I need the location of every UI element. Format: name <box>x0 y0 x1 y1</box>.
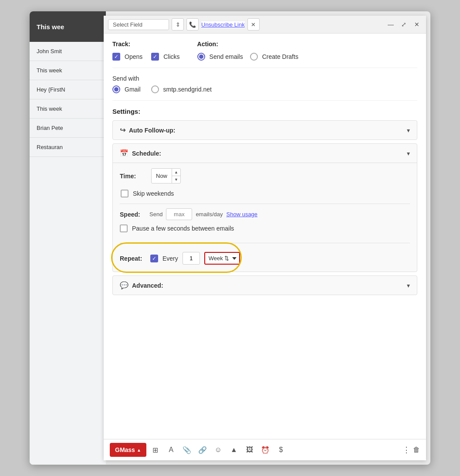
create-drafts-label: Create Drafts <box>262 53 298 60</box>
gmass-label: GMass <box>115 446 135 453</box>
pause-label: Pause a few seconds between emails <box>132 225 234 232</box>
sidebar-item-6: Restauran <box>30 138 106 157</box>
clicks-checkbox[interactable]: ✓ <box>151 53 159 61</box>
skip-weekends-row: Skip weekends <box>120 190 410 197</box>
send-with-label: Send with <box>112 75 417 82</box>
action-label: Action: <box>197 41 298 48</box>
select-field-area: Select Field ⇕ 📞 Unsubscribe Link ✕ <box>108 18 260 31</box>
phone-icon-btn[interactable]: 📞 <box>186 18 199 31</box>
emails-per-day-text: emails/day <box>196 211 223 218</box>
close-btn[interactable]: ✕ <box>412 20 422 29</box>
gmass-chevron: ▲ <box>137 448 141 452</box>
schedule-chevron: ▾ <box>407 150 410 157</box>
sidebar-item-1: John Smit <box>30 42 106 61</box>
window-controls: — ⤢ ✕ <box>386 20 422 29</box>
repeat-label: Repeat: <box>120 255 146 262</box>
send-emails-radio[interactable] <box>197 53 205 61</box>
time-row: Time: Now ▲ ▼ <box>120 168 410 184</box>
schedule-accordion: 📅 Schedule: ▾ Time: Now ▲ ▼ <box>112 143 417 272</box>
repeat-section: Repeat: ✓ Every Week ⇅ Day Month Year <box>120 248 410 266</box>
select-field-box[interactable]: Select Field <box>108 19 169 30</box>
pause-checkbox[interactable] <box>120 224 128 232</box>
dropdown-icon-btn[interactable]: ⇕ <box>172 18 184 31</box>
panel-top-bar: Select Field ⇕ 📞 Unsubscribe Link ✕ — ⤢ … <box>104 16 426 34</box>
sidebar-header-text: This wee <box>37 23 64 31</box>
sidebar-item-5: Brian Pete <box>30 119 106 138</box>
repeat-number-input[interactable] <box>183 252 200 265</box>
emoji-icon-btn[interactable]: ☺ <box>212 443 225 456</box>
advanced-label: Advanced: <box>132 282 163 289</box>
drive-icon-btn[interactable]: ▲ <box>227 443 240 456</box>
track-label: Track: <box>112 41 180 48</box>
minimize-btn[interactable]: — <box>386 20 396 29</box>
track-section: Track: ✓ Opens ✓ Clicks <box>112 41 180 61</box>
smtp-radio-row: smtp.sendgrid.net <box>151 85 212 93</box>
bottom-toolbar: GMass ▲ ⊞ A 📎 🔗 ☺ ▲ 🖼 ⏰ $ ⋮ 🗑 <box>104 439 426 460</box>
create-drafts-radio[interactable] <box>250 53 258 61</box>
schedule-label: Schedule: <box>132 150 161 157</box>
action-section: Action: Send emails Create Drafts <box>197 41 298 61</box>
gmass-button[interactable]: GMass ▲ <box>110 443 146 457</box>
time-value: Now <box>152 170 172 182</box>
send-with-options: Gmail smtp.sendgrid.net <box>112 85 417 93</box>
time-down-btn[interactable]: ▼ <box>172 176 180 183</box>
action-radio-group: Send emails Create Drafts <box>197 53 298 61</box>
sidebar-item-4: This week <box>30 99 106 119</box>
clicks-label: Clicks <box>163 53 179 60</box>
repeat-checkmark: ✓ <box>152 256 156 261</box>
panel-content: Track: ✓ Opens ✓ Clicks Action: <box>104 34 426 439</box>
paperclip-icon-btn[interactable]: 📎 <box>180 443 193 456</box>
speed-section: Speed: Send emails/day Show usage Pause … <box>120 208 410 238</box>
smtp-radio[interactable] <box>151 85 159 93</box>
speed-label: Speed: <box>120 211 146 218</box>
track-action-row: Track: ✓ Opens ✓ Clicks Action: <box>112 41 417 68</box>
schedule-header-left: 📅 Schedule: <box>120 149 161 157</box>
separator-1 <box>120 204 410 204</box>
opens-checkmark: ✓ <box>114 54 118 59</box>
auto-followup-header-left: ↪ Auto Follow-up: <box>120 126 176 134</box>
schedule-header[interactable]: 📅 Schedule: ▾ <box>113 144 417 163</box>
more-options-btn[interactable]: ⋮ <box>402 445 410 455</box>
send-emails-radio-row: Send emails <box>197 53 243 61</box>
repeat-row: Repeat: ✓ Every Week ⇅ Day Month Year <box>120 252 410 265</box>
smtp-label: smtp.sendgrid.net <box>163 86 212 93</box>
pause-row: Pause a few seconds between emails <box>120 224 410 232</box>
advanced-chevron: ▾ <box>407 282 410 289</box>
trash-btn[interactable]: 🗑 <box>413 446 420 454</box>
auto-followup-label: Auto Follow-up: <box>129 127 176 134</box>
unsubscribe-link-btn[interactable]: Unsubscribe Link <box>201 21 245 28</box>
speed-send-text: Send <box>149 211 162 218</box>
sidebar-item-3: Hey {FirstN <box>30 80 106 99</box>
show-usage-btn[interactable]: Show usage <box>227 211 258 218</box>
photo-icon-btn[interactable]: 🖼 <box>243 443 256 456</box>
gmail-radio[interactable] <box>112 85 120 93</box>
opens-checkbox[interactable]: ✓ <box>112 53 120 61</box>
auto-followup-icon: ↪ <box>120 126 125 134</box>
gmail-radio-row: Gmail <box>112 85 141 93</box>
clock-icon-btn[interactable]: ⏰ <box>259 443 272 456</box>
settings-title: Settings: <box>112 108 417 115</box>
time-up-btn[interactable]: ▲ <box>172 169 180 176</box>
text-icon-btn[interactable]: A <box>165 443 178 456</box>
auto-followup-header[interactable]: ↪ Auto Follow-up: ▾ <box>113 121 417 139</box>
schedule-content: Time: Now ▲ ▼ Skip weekends <box>113 163 417 272</box>
advanced-header[interactable]: 💬 Advanced: ▾ <box>113 276 417 295</box>
schedule-icon: 📅 <box>120 149 129 157</box>
repeat-period-select[interactable]: Week ⇅ Day Month Year <box>204 252 240 265</box>
send-emails-label: Send emails <box>210 53 243 60</box>
dollar-icon-btn[interactable]: $ <box>274 443 288 456</box>
separator-2 <box>120 243 410 243</box>
maximize-btn[interactable]: ⤢ <box>399 20 409 29</box>
track-options-row: ✓ Opens ✓ Clicks <box>112 53 180 61</box>
opens-label: Opens <box>125 53 142 60</box>
send-with-section: Send with Gmail smtp.sendgrid.net <box>112 75 417 101</box>
repeat-checkbox[interactable]: ✓ <box>150 255 158 262</box>
grid-icon-btn[interactable]: ⊞ <box>149 443 162 456</box>
skip-weekends-checkbox[interactable] <box>121 190 129 197</box>
advanced-header-left: 💬 Advanced: <box>120 281 163 289</box>
main-panel: Select Field ⇕ 📞 Unsubscribe Link ✕ — ⤢ … <box>104 16 426 460</box>
clicks-checkmark: ✓ <box>153 54 157 59</box>
close-field-btn[interactable]: ✕ <box>247 18 260 31</box>
link-icon-btn[interactable]: 🔗 <box>196 443 209 456</box>
speed-input[interactable] <box>166 208 192 220</box>
